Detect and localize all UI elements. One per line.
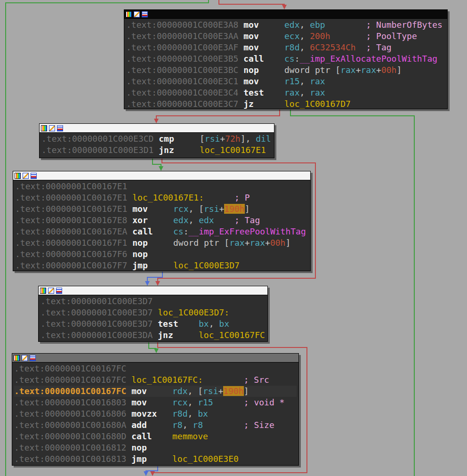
basic-block-1C000E3D7[interactable]: .text:00000001C000E3D7.text:00000001C000…: [38, 286, 268, 342]
node-color-icon[interactable]: [14, 355, 20, 361]
edge-b2-to-b4-red-arrowhead: [155, 281, 160, 286]
basic-block-1C000E3A8[interactable]: .text:00000001C000E3A8 mov edx, ebp ; Nu…: [124, 9, 448, 109]
node-group-icon[interactable]: [31, 173, 37, 179]
disassembly-line[interactable]: .text:00000001C00167E8 xor edx, edx ; Ta…: [15, 215, 308, 226]
disassembly-line[interactable]: .text:00000001C00167F1 nop dword ptr [ra…: [15, 237, 308, 249]
disassembly-line[interactable]: .text:00000001C000E3D7: [40, 296, 266, 307]
node-group-icon[interactable]: [57, 125, 63, 131]
disassembly-line[interactable]: .text:00000001C00167E1: [15, 181, 308, 192]
disassembly-line[interactable]: .text:00000001C001680A add r8, r8 ; Size: [14, 420, 297, 431]
disassembly-line[interactable]: .text:00000001C000E3D1 jnz loc_1C00167E1: [41, 145, 272, 156]
node-edit-icon[interactable]: [22, 355, 28, 361]
disassembly-line[interactable]: .text:00000001C0016803 mov rcx, r15 ; vo…: [14, 397, 297, 408]
edge-b5-offscreen-blue-arrowhead: [144, 471, 148, 476]
disassembly-line[interactable]: .text:00000001C000E3AF mov r8d, 6C32534C…: [126, 42, 445, 53]
edge-b2-to-b3-green-arrowhead: [159, 166, 163, 171]
disassembly-listing: .text:00000001C000E3A8 mov edx, ebp ; Nu…: [124, 19, 447, 109]
edge-b4-to-b5-green-arrowhead: [154, 348, 159, 353]
disassembly-listing: .text:00000001C00167E1.text:00000001C001…: [13, 180, 310, 271]
node-edit-icon[interactable]: [48, 288, 54, 294]
edge-b3-to-b4-blue-arrowhead: [145, 281, 150, 286]
disassembly-line[interactable]: .text:00000001C0016813 jmp loc_1C000E3E0: [14, 453, 297, 465]
edge-b1-to-right-green: [290, 110, 414, 476]
node-group-icon[interactable]: [56, 288, 62, 294]
node-title-bar[interactable]: [13, 171, 310, 180]
edge-b5-offscreen-blue: [146, 466, 158, 471]
node-group-icon[interactable]: [30, 355, 36, 361]
graph-canvas[interactable]: .text:00000001C000E3A8 mov edx, ebp ; Nu…: [0, 0, 467, 476]
edge-b1-to-b2-red-arrowhead: [154, 119, 159, 123]
disassembly-line[interactable]: .text:00000001C00167FC mov rdx, [rsi+190…: [14, 386, 297, 397]
disassembly-line[interactable]: .text:00000001C000E3A8 mov edx, ebp ; Nu…: [126, 19, 445, 31]
disassembly-line[interactable]: .text:00000001C00167F6 nop: [15, 249, 308, 260]
disassembly-line[interactable]: .text:00000001C00167F7 jmp loc_1C000E3D7: [15, 260, 308, 271]
disassembly-line[interactable]: .text:00000001C000E3D7 loc_1C000E3D7:: [40, 307, 266, 318]
node-edit-icon[interactable]: [134, 11, 140, 17]
disassembly-line[interactable]: .text:00000001C000E3C1 mov r15, rax: [126, 76, 445, 87]
node-edit-icon[interactable]: [23, 173, 29, 179]
disassembly-listing: .text:00000001C000E3CD cmp [rsi+72h], di…: [40, 133, 274, 156]
disassembly-listing: .text:00000001C00167FC.text:00000001C001…: [12, 363, 298, 465]
node-title-bar[interactable]: [39, 286, 267, 295]
disassembly-line[interactable]: .text:00000001C000E3C4 test rax, rax: [126, 87, 445, 98]
disassembly-line[interactable]: .text:00000001C000E3BC nop dword ptr [ra…: [126, 65, 445, 76]
disassembly-line[interactable]: .text:00000001C000E3AA mov ecx, 200h ; P…: [126, 31, 445, 42]
disassembly-line[interactable]: .text:00000001C0016812 nop: [14, 442, 297, 453]
disassembly-line[interactable]: .text:00000001C000E3D7 test bx, bx: [40, 318, 266, 330]
disassembly-line[interactable]: .text:00000001C0016806 movzx r8d, bx: [14, 408, 297, 420]
edge-incoming-top-red-arrowhead: [282, 5, 287, 9]
disassembly-line[interactable]: .text:00000001C00167FC loc_1C00167FC: ; …: [14, 374, 297, 386]
node-color-icon[interactable]: [15, 173, 21, 179]
node-title-bar[interactable]: [12, 354, 298, 363]
edge-b2-to-b3-green: [153, 159, 161, 166]
disassembly-line[interactable]: .text:00000001C000E3DA jnz loc_1C00167FC: [40, 330, 266, 341]
node-title-bar[interactable]: [40, 124, 274, 133]
edge-incoming-top-red: [219, 0, 284, 5]
disassembly-line[interactable]: .text:00000001C001680D call memmove: [14, 431, 297, 442]
node-group-icon[interactable]: [142, 11, 148, 17]
basic-block-1C00167E1[interactable]: .text:00000001C00167E1.text:00000001C001…: [13, 171, 311, 271]
disassembly-line[interactable]: .text:00000001C00167FC: [14, 363, 297, 374]
edge-b4-offscreen-red-arrowhead: [150, 471, 155, 476]
basic-block-1C000E3CD[interactable]: .text:00000001C000E3CD cmp [rsi+72h], di…: [39, 123, 274, 158]
node-title-bar[interactable]: [124, 10, 447, 19]
node-color-icon[interactable]: [40, 288, 46, 294]
node-color-icon[interactable]: [41, 125, 47, 131]
disassembly-line[interactable]: .text:00000001C00167E1 mov rcx, [rsi+190…: [15, 203, 308, 215]
edge-b1-to-b2-red: [156, 110, 280, 119]
node-color-icon[interactable]: [126, 11, 132, 17]
basic-block-1C00167FC[interactable]: .text:00000001C00167FC.text:00000001C001…: [12, 353, 299, 466]
disassembly-line[interactable]: .text:00000001C000E3CD cmp [rsi+72h], di…: [41, 133, 272, 145]
disassembly-line[interactable]: .text:00000001C00167EA call cs:__imp_ExF…: [15, 226, 308, 237]
disassembly-line[interactable]: .text:00000001C000E3C7 jz loc_1C00167D7: [126, 98, 445, 109]
node-edit-icon[interactable]: [49, 125, 55, 131]
disassembly-line[interactable]: .text:00000001C00167E1 loc_1C00167E1: ; …: [15, 192, 308, 203]
disassembly-line[interactable]: .text:00000001C000E3B5 call cs:__imp_ExA…: [126, 53, 445, 65]
disassembly-listing: .text:00000001C000E3D7.text:00000001C000…: [39, 295, 267, 341]
edge-b3-to-b4-blue: [147, 272, 162, 281]
edge-b4-to-b5-green: [149, 342, 156, 348]
